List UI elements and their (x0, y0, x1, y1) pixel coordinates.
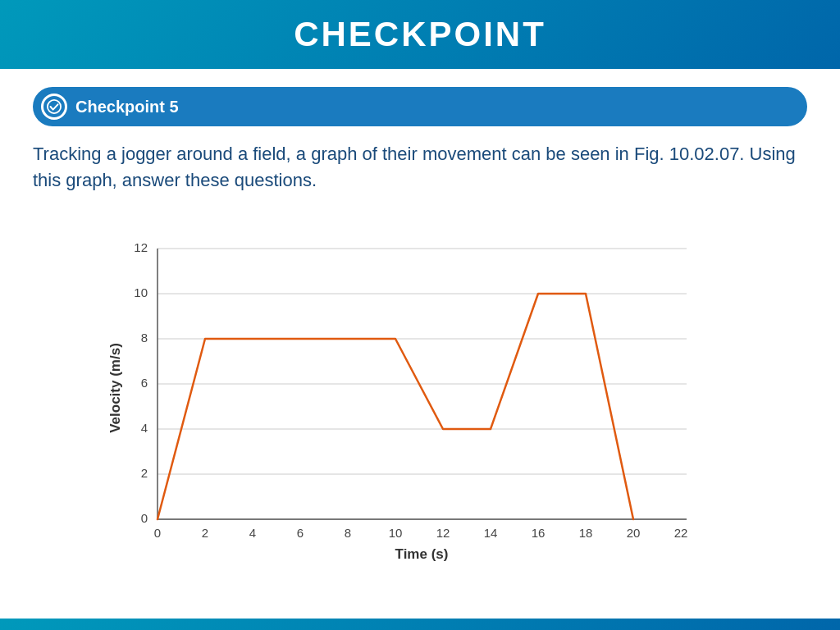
checkpoint-label: Checkpoint 5 (75, 98, 179, 116)
description-text: Tracking a jogger around a field, a grap… (33, 141, 807, 194)
x-tick-10: 10 (389, 526, 403, 540)
x-tick-12: 12 (436, 526, 450, 540)
content: Checkpoint 5 Tracking a jogger around a … (0, 69, 840, 619)
y-tick-10: 10 (134, 285, 148, 299)
x-tick-16: 16 (532, 526, 546, 540)
header: CHECKPOINT (0, 0, 840, 69)
x-axis-title: Time (s) (395, 546, 449, 562)
y-tick-2: 2 (141, 466, 148, 480)
footer-bar (0, 619, 840, 630)
y-tick-0: 0 (141, 511, 148, 525)
velocity-chart: .grid-line { stroke: #cccccc; stroke-wid… (108, 249, 732, 560)
y-tick-6: 6 (141, 376, 148, 390)
x-tick-20: 20 (627, 526, 641, 540)
x-tick-0: 0 (154, 526, 161, 540)
x-tick-2: 2 (202, 526, 208, 540)
checkpoint-badge: Checkpoint 5 (33, 87, 807, 126)
x-tick-18: 18 (579, 526, 593, 540)
header-title: CHECKPOINT (294, 15, 546, 53)
y-axis-title: Velocity (m/s) (107, 343, 123, 433)
graph-area: .grid-line { stroke: #cccccc; stroke-wid… (33, 207, 807, 602)
checkpoint-icon (41, 94, 67, 120)
checkmark-icon (47, 99, 62, 114)
y-tick-12: 12 (134, 240, 148, 254)
x-tick-22: 22 (674, 526, 688, 540)
x-tick-4: 4 (249, 526, 256, 540)
svg-point-0 (48, 100, 61, 113)
y-tick-8: 8 (141, 331, 148, 345)
velocity-line (158, 294, 633, 519)
x-tick-14: 14 (484, 526, 498, 540)
x-tick-8: 8 (345, 526, 351, 540)
x-tick-6: 6 (297, 526, 304, 540)
y-tick-4: 4 (141, 421, 148, 435)
